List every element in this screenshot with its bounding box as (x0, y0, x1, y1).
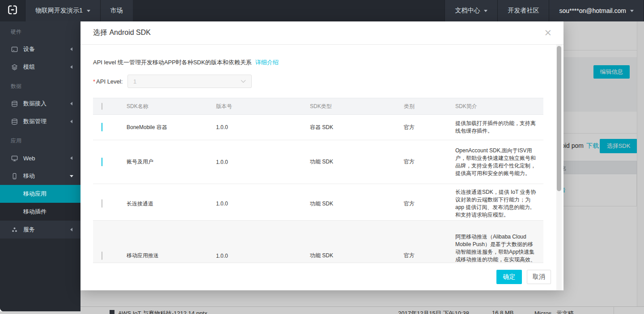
database-icon (11, 100, 18, 107)
col-header-version: 版本号 (216, 103, 310, 110)
select-all-checkbox[interactable] (102, 103, 102, 110)
api-level-value: 1 (133, 78, 136, 85)
sdk-table-row: 长连接通道 1.0.0 功能 SDK 官方 长连接通道SDK，提供 IoT 业务… (93, 184, 543, 221)
api-level-intro: API level 统一管理开发移动APP时各种SDK的版本和依赖关系详细介绍 (93, 59, 551, 67)
module-icon (11, 63, 18, 71)
device-icon (11, 46, 18, 53)
database-icon (11, 118, 18, 125)
monitor-icon (11, 155, 18, 162)
sdk-category: 官方 (404, 158, 455, 166)
sidebar-item-data-manage[interactable]: 数据管理 (0, 113, 80, 130)
bracket-logo-icon (7, 4, 18, 17)
sdk-category: 官方 (404, 200, 455, 208)
sdk-table-header: SDK名称 版本号 SDK类型 类别 SDK简介 (93, 98, 543, 115)
top-nav: 物联网开发演示1 市场 文档中心 开发者社区 sou****on@hotmail… (0, 0, 644, 21)
sidebar-item-module[interactable]: 模组 (0, 58, 80, 76)
sdk-table-row: 账号及用户 1.0.0 功能 SDK 官方 OpenAccount SDK,面向… (93, 140, 543, 184)
sidebar-subitem-mobile-app[interactable]: 移动应用 (0, 185, 80, 203)
chevron-down-icon (87, 10, 90, 14)
sidebar-section-app: 应用 (0, 130, 80, 149)
nav-project-switcher[interactable]: 物联网开发演示1 (25, 0, 100, 21)
sdk-version: 1.0.0 (216, 159, 310, 165)
sidebar-subitem-mobile-plugin[interactable]: 移动插件 (0, 203, 80, 221)
triangle-down-icon (70, 175, 73, 179)
sdk-name: BoneMobile 容器 (127, 124, 216, 131)
phone-icon (11, 172, 18, 180)
sidebar-bottom-strip (0, 311, 80, 314)
sidebar-item-device[interactable]: 设备 (0, 40, 80, 58)
chevron-down-icon (241, 80, 246, 83)
nav-account-menu[interactable]: sou****on@hotmail.com (549, 0, 644, 21)
row-checkbox[interactable] (102, 123, 102, 131)
col-header-type: SDK类型 (310, 103, 404, 110)
sdk-type: 功能 SDK (310, 200, 404, 208)
sdk-category: 官方 (404, 124, 455, 131)
sidebar-item-service[interactable]: 服务 (0, 221, 80, 239)
detail-intro-link[interactable]: 详细介绍 (255, 59, 279, 66)
modal-scrollbar-thumb[interactable] (557, 46, 561, 191)
row-checkbox[interactable] (102, 199, 102, 208)
sidebar-filler (0, 239, 80, 311)
sdk-type: 功能 SDK (310, 252, 404, 260)
triangle-left-icon (68, 102, 72, 105)
nav-spacer (133, 0, 445, 21)
triangle-left-icon (68, 47, 72, 51)
nav-docs-menu[interactable]: 文档中心 (445, 0, 497, 21)
sdk-table: SDK名称 版本号 SDK类型 类别 SDK简介 BoneMobile 容器 1… (93, 98, 543, 263)
account-email: sou****on@hotmail.com (559, 7, 626, 14)
sdk-category: 官方 (404, 252, 455, 260)
sdk-table-row: BoneMobile 容器 1.0.0 容器 SDK 官方 提供加载打开插件的功… (93, 115, 543, 140)
api-level-label: *API Level: (93, 78, 127, 85)
select-android-sdk-modal: 选择 Android SDK × API level 统一管理开发移动APP时各… (80, 21, 564, 290)
sidebar-item-web[interactable]: Web (0, 149, 80, 167)
nav-market[interactable]: 市场 (100, 0, 133, 21)
api-level-select[interactable]: 1 (127, 75, 252, 88)
modal-scrollbar-track[interactable] (556, 45, 562, 290)
sdk-table-row: 移动应用推送 1.0.0 功能 SDK 官方 阿里移动推送（Alibaba Cl… (93, 221, 543, 263)
triangle-left-icon (68, 228, 72, 231)
modal-header: 选择 Android SDK × (80, 21, 564, 45)
confirm-button[interactable]: 确定 (496, 270, 522, 284)
sdk-desc: OpenAccount SDK,面向于ISV用户，帮助业务快速建立独立账号和品牌… (455, 142, 543, 182)
chevron-down-icon (630, 10, 634, 14)
row-checkbox[interactable] (102, 158, 102, 166)
sidebar-section-hardware: 硬件 (0, 21, 80, 40)
modal-footer: 确定 取消 (93, 270, 551, 284)
sdk-desc: 阿里移动推送（Alibaba Cloud Mobile Push）是基于大数据的… (455, 229, 543, 264)
app-logo[interactable] (0, 0, 25, 21)
nav-developer-community[interactable]: 开发者社区 (497, 0, 549, 21)
sdk-name: 移动应用推送 (127, 252, 216, 260)
sdk-desc: 长连接通道SDK，提供 IoT 业务协议封装的云端数据下行能力；为 app 提供… (455, 184, 543, 223)
sdk-desc: 提供加载打开插件的功能，支持离线包缓存插件。 (455, 115, 543, 139)
row-checkbox[interactable] (102, 251, 102, 260)
close-icon[interactable]: × (544, 28, 552, 38)
services-icon (11, 226, 18, 233)
sdk-type: 功能 SDK (310, 158, 404, 166)
sidebar: 硬件 设备 模组 数据 数据接入 (0, 21, 80, 311)
project-name: 物联网开发演示1 (35, 7, 83, 15)
col-header-desc: SDK简介 (455, 103, 543, 110)
sdk-version: 1.0.0 (216, 253, 310, 259)
sidebar-item-data-access[interactable]: 数据接入 (0, 95, 80, 113)
api-level-form-row: *API Level: 1 (93, 75, 551, 88)
chevron-down-icon (484, 10, 487, 14)
sidebar-section-data: 数据 (0, 76, 80, 95)
cancel-button[interactable]: 取消 (527, 270, 551, 284)
triangle-left-icon (68, 65, 72, 69)
sdk-name: 账号及用户 (127, 158, 216, 166)
modal-body: API level 统一管理开发移动APP时各种SDK的版本和依赖关系详细介绍 … (80, 45, 564, 290)
sidebar-item-mobile[interactable]: 移动 (0, 167, 80, 185)
sdk-name: 长连接通道 (127, 200, 216, 208)
triangle-left-icon (68, 120, 72, 123)
sdk-type: 容器 SDK (310, 124, 404, 131)
modal-title: 选择 Android SDK (93, 28, 151, 38)
sdk-version: 1.0.0 (216, 124, 310, 130)
required-mark: * (93, 78, 95, 85)
col-header-name: SDK名称 (127, 103, 216, 110)
col-header-category: 类别 (404, 103, 455, 110)
triangle-left-icon (68, 156, 72, 160)
sdk-version: 1.0.0 (216, 201, 310, 207)
